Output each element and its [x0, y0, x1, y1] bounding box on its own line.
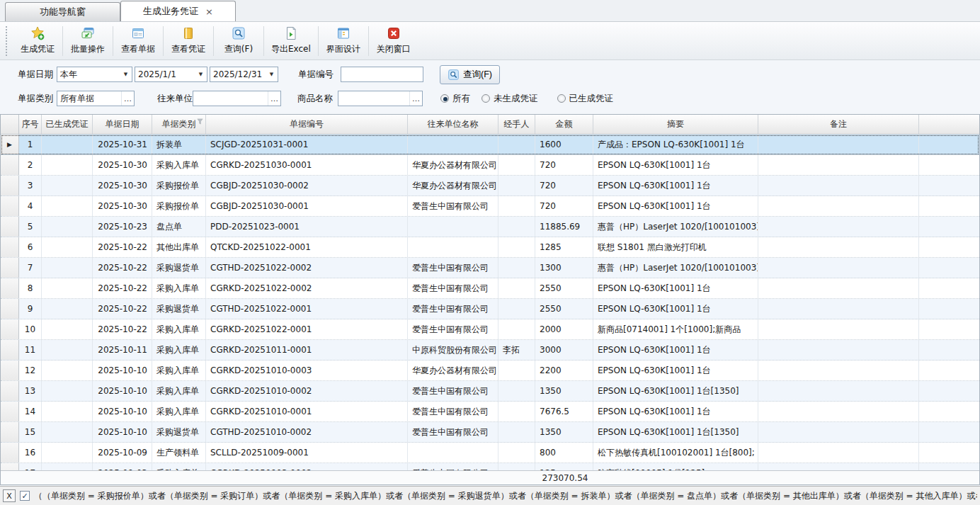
- table-row[interactable]: 52025-10-23盘点单PDD-20251023-000111885.69惠…: [1, 217, 979, 237]
- table-row[interactable]: 92025-10-22采购退货单CGTHD-20251022-0001爱普生中国…: [1, 299, 979, 319]
- table-row[interactable]: 132025-10-10采购入库单CGRKD-20251010-0002爱普生中…: [1, 381, 979, 402]
- cell-partner: [408, 443, 498, 463]
- filter-expression[interactable]: （（单据类别 = 采购报价单）或者（单据类别 = 采购订单）或者（单据类别 = …: [34, 490, 977, 502]
- cell-generated: [42, 463, 93, 470]
- col-header-doc-no[interactable]: 单据编号: [206, 115, 408, 134]
- row-selector[interactable]: [1, 176, 19, 195]
- cell-generated: [42, 319, 93, 339]
- date-preset-combo[interactable]: 本年 ▼: [57, 67, 132, 82]
- date-to-combo[interactable]: 2025/12/31 ▼: [210, 67, 278, 82]
- ellipsis-icon[interactable]: …: [268, 91, 280, 106]
- date-from-combo[interactable]: 2025/1/1 ▼: [135, 67, 207, 82]
- doc-type-combo[interactable]: 所有单据 …: [57, 91, 135, 106]
- select-all-corner[interactable]: [1, 115, 19, 134]
- table-row[interactable]: 112025-10-11采购入库单CGRKD-20251011-0001中原科贸…: [1, 340, 979, 361]
- chevron-down-icon[interactable]: ▼: [266, 67, 278, 81]
- row-selector[interactable]: [1, 443, 19, 463]
- ellipsis-icon[interactable]: …: [121, 91, 134, 106]
- row-selector[interactable]: [1, 299, 19, 319]
- view-voucher-button[interactable]: 查看凭证: [164, 23, 213, 59]
- table-row[interactable]: 62025-10-22其他出库单QTCKD-20251022-00011285联…: [1, 237, 979, 258]
- row-selector[interactable]: [1, 319, 19, 339]
- cell-date: 2025-10-22: [93, 319, 152, 339]
- table-row[interactable]: 42025-10-30采购报价单CGBJD-20251030-0001爱普生中国…: [1, 196, 979, 217]
- cell-note: [758, 463, 919, 470]
- table-row[interactable]: 162025-10-09生产领料单SCLLD-20251009-0001800松…: [1, 443, 979, 463]
- row-selector[interactable]: [1, 217, 19, 237]
- query-button[interactable]: 查询(F): [440, 65, 500, 84]
- table-row[interactable]: 72025-10-22采购退货单CGTHD-20251022-0002爱普生中国…: [1, 258, 979, 278]
- table-row[interactable]: ▶12025-10-31拆装单SCJGD-20251031-00011600产成…: [1, 135, 979, 155]
- close-icon[interactable]: ×: [205, 7, 213, 16]
- table-row[interactable]: 172025-09-03采购入库单CGRKD-20250903-0002爱普生中…: [1, 463, 979, 470]
- cell-generated: [42, 340, 93, 360]
- batch-operations-button[interactable]: 批量操作: [63, 23, 113, 59]
- cell-summary: EPSON LQ-630K[1001] 1台: [593, 176, 758, 195]
- radio-not-generated[interactable]: 未生成凭证: [482, 93, 538, 105]
- col-header-handler[interactable]: 经手人: [498, 115, 535, 134]
- cell-summary: EPSON LQ-630K[1001] 1台: [593, 361, 758, 380]
- table-row[interactable]: 102025-10-22采购入库单CGRKD-20251022-0001爱普生中…: [1, 319, 979, 340]
- cell-generated: [42, 237, 93, 257]
- cell-date: 2025-10-09: [93, 443, 152, 463]
- query-toolbar-button[interactable]: 查询(F): [214, 23, 263, 59]
- col-header-summary[interactable]: 摘要: [593, 115, 758, 134]
- ellipsis-icon[interactable]: …: [409, 91, 422, 106]
- row-selector[interactable]: [1, 237, 19, 257]
- view-document-button[interactable]: 查看单据: [113, 23, 163, 59]
- chevron-down-icon[interactable]: ▼: [195, 67, 207, 81]
- col-header-date[interactable]: 单据日期: [93, 115, 152, 134]
- filter-funnel-icon[interactable]: [197, 118, 203, 125]
- col-header-type[interactable]: 单据类别: [152, 115, 206, 134]
- doc-no-input[interactable]: [341, 68, 454, 81]
- table-row[interactable]: 22025-10-30采购入库单CGRKD-20251030-0001华夏办公器…: [1, 155, 979, 176]
- row-selector[interactable]: [1, 278, 19, 298]
- row-selector[interactable]: [1, 402, 19, 421]
- partner-field[interactable]: …: [193, 91, 281, 106]
- tab-nav-window[interactable]: 功能导航窗: [5, 2, 120, 21]
- filter-enabled-checkbox[interactable]: ✓: [20, 491, 30, 501]
- product-field[interactable]: …: [338, 91, 423, 106]
- tab-generate-voucher[interactable]: 生成业务凭证 ×: [120, 1, 236, 21]
- generate-voucher-button[interactable]: 生成凭证: [13, 23, 62, 59]
- table-row[interactable]: 122025-10-10采购入库单CGRKD-20251010-0003华夏办公…: [1, 361, 979, 381]
- row-selector[interactable]: [1, 422, 19, 442]
- row-selector[interactable]: ▶: [1, 135, 19, 154]
- cell-summary: EPSON LQ-630K[1001] 1台: [593, 299, 758, 319]
- row-selector[interactable]: [1, 381, 19, 401]
- ui-design-button[interactable]: 界面设计: [319, 23, 368, 59]
- remove-filter-button[interactable]: X: [3, 489, 16, 502]
- table-row[interactable]: 32025-10-30采购报价单CGBJD-20251030-0002华夏办公器…: [1, 176, 979, 196]
- radio-all[interactable]: 所有: [440, 93, 470, 105]
- row-selector[interactable]: [1, 340, 19, 360]
- col-header-partner[interactable]: 往来单位名称: [408, 115, 498, 134]
- radio-generated[interactable]: 已生成凭证: [557, 93, 614, 105]
- toolbar-grip-handle[interactable]: [6, 26, 8, 56]
- table-row[interactable]: 152025-10-10采购退货单CGTHD-20251010-0002爱普生中…: [1, 422, 979, 443]
- row-selector[interactable]: [1, 155, 19, 175]
- cell-date: 2025-10-11: [93, 340, 152, 360]
- cell-doc_no: QTCKD-20251022-0001: [206, 237, 408, 257]
- cell-type: 采购入库单: [152, 319, 206, 339]
- cell-summary: 惠普（HP）LaserJet 1020/[100101003]: [593, 258, 758, 278]
- table-row[interactable]: 82025-10-22采购入库单CGRKD-20251022-0002爱普生中国…: [1, 278, 979, 299]
- row-filler: [919, 463, 979, 470]
- export-excel-button[interactable]: 导出Excel: [264, 23, 318, 59]
- row-selector[interactable]: [1, 361, 19, 380]
- row-selector[interactable]: [1, 196, 19, 216]
- cell-partner: [408, 237, 498, 257]
- col-header-seq[interactable]: 序号: [19, 115, 42, 134]
- close-window-button[interactable]: 关闭窗口: [369, 23, 418, 59]
- row-selector[interactable]: [1, 463, 19, 470]
- table-row[interactable]: 142025-10-10采购入库单CGRKD-20251010-0001爱普生中…: [1, 402, 979, 422]
- col-header-amount[interactable]: 金额: [535, 115, 593, 134]
- cell-seq: 17: [19, 463, 42, 470]
- chevron-down-icon[interactable]: ▼: [120, 67, 132, 81]
- col-header-note[interactable]: 备注: [758, 115, 919, 134]
- cell-type: 采购入库单: [152, 463, 206, 470]
- cell-summary: EPSON LQ-630K[1001] 1台: [593, 340, 758, 360]
- cell-summary: 产成品：EPSON LQ-630K[1001] 1台: [593, 135, 758, 154]
- col-header-generated[interactable]: 已生成凭证: [42, 115, 93, 134]
- row-selector[interactable]: [1, 258, 19, 278]
- cell-handler: [498, 237, 535, 257]
